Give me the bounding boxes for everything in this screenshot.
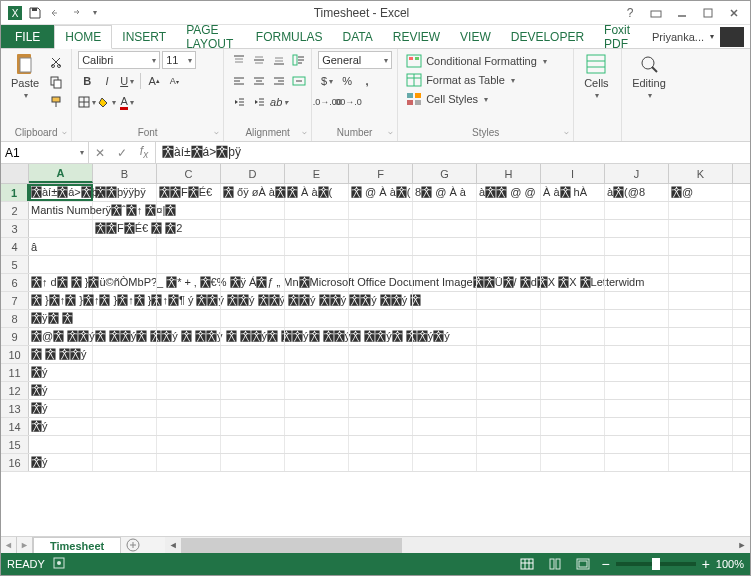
cell[interactable]: [285, 364, 349, 381]
cell[interactable]: [541, 256, 605, 273]
cell[interactable]: [221, 454, 285, 471]
italic-button[interactable]: I: [98, 72, 116, 90]
cell[interactable]: [541, 436, 605, 453]
horizontal-scrollbar[interactable]: ◄ ►: [165, 537, 750, 553]
cell[interactable]: [605, 364, 669, 381]
column-header[interactable]: C: [157, 164, 221, 183]
cell[interactable]: [477, 202, 541, 219]
sheet-nav-next-icon[interactable]: ►: [17, 537, 33, 553]
cell[interactable]: [285, 382, 349, 399]
cell[interactable]: [157, 400, 221, 417]
cell[interactable]: [413, 328, 477, 345]
sheet-tab[interactable]: Timesheet: [33, 537, 121, 553]
column-header[interactable]: F: [349, 164, 413, 183]
font-size-select[interactable]: 11▾: [162, 51, 196, 69]
cell[interactable]: [669, 202, 733, 219]
cell[interactable]: [605, 292, 669, 309]
decrease-decimal-icon[interactable]: .00→.0: [338, 93, 356, 111]
decrease-font-icon[interactable]: A▾: [165, 72, 183, 90]
cell[interactable]: [93, 346, 157, 363]
cell[interactable]: [349, 418, 413, 435]
cell[interactable]: [285, 346, 349, 363]
qat-dropdown-icon[interactable]: ▾: [87, 5, 103, 21]
fx-icon[interactable]: fx: [133, 144, 155, 160]
cell[interactable]: [413, 400, 477, 417]
cell[interactable]: ￯ À à￯(: [285, 184, 349, 201]
cell[interactable]: à￯￯ @ @: [477, 184, 541, 201]
cell[interactable]: [669, 274, 733, 291]
save-icon[interactable]: [27, 5, 43, 21]
cell[interactable]: ￯@: [669, 184, 733, 201]
merge-icon[interactable]: [290, 72, 308, 90]
cell[interactable]: [669, 454, 733, 471]
row-header[interactable]: 3: [1, 220, 29, 237]
user-account[interactable]: Priyanka... ▾: [646, 25, 750, 48]
zoom-out-button[interactable]: −: [601, 556, 609, 572]
column-header[interactable]: E: [285, 164, 349, 183]
cell[interactable]: [605, 418, 669, 435]
cell[interactable]: [93, 436, 157, 453]
cell[interactable]: [669, 400, 733, 417]
cell-styles-button[interactable]: Cell Styles▾: [404, 91, 490, 107]
cell[interactable]: [477, 238, 541, 255]
tab-view[interactable]: VIEW: [450, 25, 501, 48]
tab-file[interactable]: FILE: [1, 25, 54, 48]
row-header[interactable]: 12: [1, 382, 29, 399]
cell[interactable]: [157, 220, 221, 237]
cell[interactable]: ￯ý: [29, 364, 93, 381]
cell[interactable]: [669, 382, 733, 399]
row-header[interactable]: 9: [1, 328, 29, 345]
cell[interactable]: [221, 238, 285, 255]
cell[interactable]: [93, 310, 157, 327]
cell[interactable]: [221, 400, 285, 417]
view-page-layout-icon[interactable]: [545, 556, 565, 572]
cell[interactable]: [349, 436, 413, 453]
cell[interactable]: ￯ }￯↑￯ }￯↑￯ }￯↑￯ }￯↑￯¶ ý ￯￯ý ￯￯ý ￯￯ý ￯￯ý…: [29, 292, 93, 309]
cell[interactable]: ￯ý: [29, 454, 93, 471]
tab-review[interactable]: REVIEW: [383, 25, 450, 48]
minimize-icon[interactable]: [670, 3, 694, 23]
cell[interactable]: [349, 382, 413, 399]
cell[interactable]: [477, 364, 541, 381]
currency-icon[interactable]: $▾: [318, 72, 336, 90]
undo-icon[interactable]: [47, 5, 63, 21]
cell[interactable]: [413, 436, 477, 453]
cell[interactable]: à￯(@8: [605, 184, 669, 201]
cell[interactable]: [413, 364, 477, 381]
cell[interactable]: [221, 274, 285, 291]
cell[interactable]: [221, 418, 285, 435]
cell[interactable]: [413, 274, 477, 291]
cell[interactable]: [477, 454, 541, 471]
align-center-icon[interactable]: [250, 72, 268, 90]
tab-page-layout[interactable]: PAGE LAYOUT: [176, 25, 246, 48]
tab-data[interactable]: DATA: [332, 25, 382, 48]
cell[interactable]: [93, 418, 157, 435]
cell[interactable]: [669, 220, 733, 237]
cell[interactable]: ￯ý: [29, 382, 93, 399]
cell[interactable]: [669, 292, 733, 309]
cell[interactable]: [349, 292, 413, 309]
cell[interactable]: [93, 454, 157, 471]
cancel-formula-icon[interactable]: ✕: [89, 146, 111, 160]
border-icon[interactable]: ▾: [78, 93, 96, 111]
cell[interactable]: [349, 364, 413, 381]
cut-icon[interactable]: [47, 53, 65, 71]
row-header[interactable]: 6: [1, 274, 29, 291]
cell[interactable]: [669, 328, 733, 345]
cell[interactable]: [477, 418, 541, 435]
cell[interactable]: ￯ý: [29, 418, 93, 435]
cell[interactable]: [285, 310, 349, 327]
cell[interactable]: [413, 202, 477, 219]
cell[interactable]: Mantis Numberÿ￯ˆ￯↑ ￯¤|￯: [29, 202, 93, 219]
scroll-right-icon[interactable]: ►: [734, 540, 750, 550]
align-right-icon[interactable]: [270, 72, 288, 90]
cell[interactable]: [349, 310, 413, 327]
format-painter-icon[interactable]: [47, 93, 65, 111]
underline-button[interactable]: U▾: [118, 72, 136, 90]
cell[interactable]: [285, 292, 349, 309]
cell[interactable]: [605, 220, 669, 237]
cell[interactable]: [349, 202, 413, 219]
row-header[interactable]: 10: [1, 346, 29, 363]
cell[interactable]: [29, 256, 93, 273]
cell[interactable]: [93, 238, 157, 255]
